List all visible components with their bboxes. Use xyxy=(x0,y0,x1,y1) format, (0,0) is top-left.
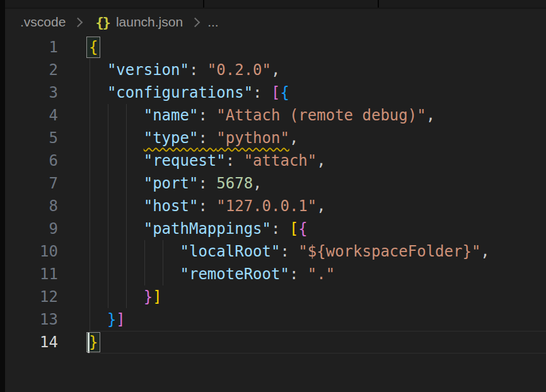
line-content[interactable]: "version": "0.2.0", xyxy=(89,59,546,81)
line-number[interactable]: 11 xyxy=(5,263,58,285)
code-token xyxy=(89,107,144,124)
line-number[interactable]: 12 xyxy=(5,285,58,308)
line-content[interactable]: "request": "attach", xyxy=(89,149,546,172)
code-line-11[interactable]: 11 "remoteRoot": "." xyxy=(5,263,546,285)
code-line-14[interactable]: 14} xyxy=(5,331,546,354)
code-line-5[interactable]: 5 "type": "python", xyxy=(5,127,546,149)
code-line-3[interactable]: 3 "configurations": [{ xyxy=(5,81,546,104)
code-line-13[interactable]: 13 }] xyxy=(5,308,546,331)
code-token: : xyxy=(198,107,216,124)
editor-left-border xyxy=(0,0,5,392)
code-token: : xyxy=(198,129,216,147)
code-token: "attach" xyxy=(244,152,317,170)
breadcrumb-symbol-ellipsis[interactable]: ... xyxy=(207,14,219,30)
code-line-12[interactable]: 12 }] xyxy=(5,285,546,308)
code-token: "remoteRoot" xyxy=(180,265,289,283)
code-token xyxy=(89,197,144,215)
line-content[interactable]: "name": "Attach (remote debug)", xyxy=(89,104,546,127)
code-line-10[interactable]: 10 "localRoot": "${workspaceFolder}", xyxy=(5,240,546,263)
code-token: } xyxy=(107,311,116,328)
code-token: "version" xyxy=(107,61,189,79)
code-token: , xyxy=(289,129,298,147)
line-content[interactable]: "host": "127.0.0.1", xyxy=(89,195,546,217)
code-token xyxy=(89,129,144,147)
line-content[interactable]: "localRoot": "${workspaceFolder}", xyxy=(89,240,546,263)
code-token xyxy=(89,84,107,101)
code-line-2[interactable]: 2 "version": "0.2.0", xyxy=(5,59,546,81)
tab-separator xyxy=(378,0,379,8)
line-number[interactable]: 8 xyxy=(5,195,58,217)
code-token: "pathMappings" xyxy=(144,220,271,238)
code-token: } xyxy=(144,288,153,306)
line-number[interactable]: 5 xyxy=(5,127,58,149)
breadcrumb-file[interactable]: launch.json xyxy=(116,14,183,30)
code-token: , xyxy=(271,61,280,79)
chevron-right-icon xyxy=(73,17,83,27)
code-token: "Attach (remote debug)" xyxy=(216,107,426,124)
code-token: [ xyxy=(271,84,280,101)
code-token: , xyxy=(426,107,435,124)
chevron-right-icon xyxy=(190,17,200,27)
code-token: "127.0.0.1" xyxy=(216,197,317,215)
line-content[interactable]: }] xyxy=(89,308,546,331)
code-token: : xyxy=(253,84,271,101)
code-token: ] xyxy=(153,288,161,306)
code-token: [ xyxy=(289,220,298,238)
code-token: 5678 xyxy=(216,175,253,192)
line-number[interactable]: 1 xyxy=(5,36,58,59)
code-token: : xyxy=(289,265,308,283)
line-number[interactable]: 10 xyxy=(5,240,58,263)
bracket-match-highlight: { xyxy=(89,36,98,59)
code-token xyxy=(89,243,180,260)
code-token: : xyxy=(189,61,207,79)
code-line-6[interactable]: 6 "request": "attach", xyxy=(5,149,546,172)
bracket-match-highlight: } xyxy=(89,331,98,353)
json-file-icon[interactable]: {} xyxy=(95,14,110,30)
line-content[interactable]: { xyxy=(89,36,546,59)
code-line-8[interactable]: 8 "host": "127.0.0.1", xyxy=(5,195,546,217)
line-number[interactable]: 2 xyxy=(5,59,58,81)
code-token: : xyxy=(226,152,244,170)
breadcrumb-folder[interactable]: .vscode xyxy=(20,14,66,30)
line-number[interactable]: 7 xyxy=(5,172,58,195)
code-token xyxy=(89,265,180,283)
code-token: ] xyxy=(116,311,125,328)
code-token: "." xyxy=(308,265,335,283)
line-number[interactable]: 14 xyxy=(5,331,58,354)
line-number[interactable]: 6 xyxy=(5,149,58,172)
line-content[interactable]: "type": "python", xyxy=(89,127,546,149)
code-line-4[interactable]: 4 "name": "Attach (remote debug)", xyxy=(5,104,546,127)
tab-strip[interactable] xyxy=(5,0,546,9)
line-number[interactable]: 4 xyxy=(5,104,58,127)
code-token: "port" xyxy=(144,175,199,192)
line-number[interactable]: 3 xyxy=(5,81,58,104)
code-token xyxy=(89,220,144,238)
line-number[interactable]: 9 xyxy=(5,217,58,240)
code-token: : xyxy=(280,243,298,260)
code-token: : xyxy=(198,197,216,215)
code-token: "request" xyxy=(144,152,226,170)
code-token xyxy=(89,175,144,192)
line-content[interactable]: }] xyxy=(89,285,546,308)
code-token: , xyxy=(317,152,325,170)
line-content[interactable]: "pathMappings": [{ xyxy=(89,217,546,240)
code-token: , xyxy=(317,197,325,215)
code-line-1[interactable]: 1{ xyxy=(5,36,546,59)
code-token: "0.2.0" xyxy=(207,61,271,79)
code-token xyxy=(89,61,107,79)
code-line-7[interactable]: 7 "port": 5678, xyxy=(5,172,546,195)
code-line-9[interactable]: 9 "pathMappings": [{ xyxy=(5,217,546,240)
code-token: "python" xyxy=(216,129,289,147)
code-token: "configurations" xyxy=(107,84,253,101)
code-token xyxy=(89,152,144,170)
code-token xyxy=(89,311,107,328)
line-content[interactable]: "port": 5678, xyxy=(89,172,546,195)
line-content[interactable]: "configurations": [{ xyxy=(89,81,546,104)
line-content[interactable]: "remoteRoot": "." xyxy=(89,263,546,285)
code-token: "type" xyxy=(144,129,199,147)
code-token: { xyxy=(280,84,289,101)
vscode-editor-window: .vscode{}launch.json... 1{2 "version": "… xyxy=(0,0,546,392)
line-content[interactable]: } xyxy=(89,331,546,354)
code-area[interactable]: 1{2 "version": "0.2.0",3 "configurations… xyxy=(5,36,546,354)
line-number[interactable]: 13 xyxy=(5,308,58,331)
